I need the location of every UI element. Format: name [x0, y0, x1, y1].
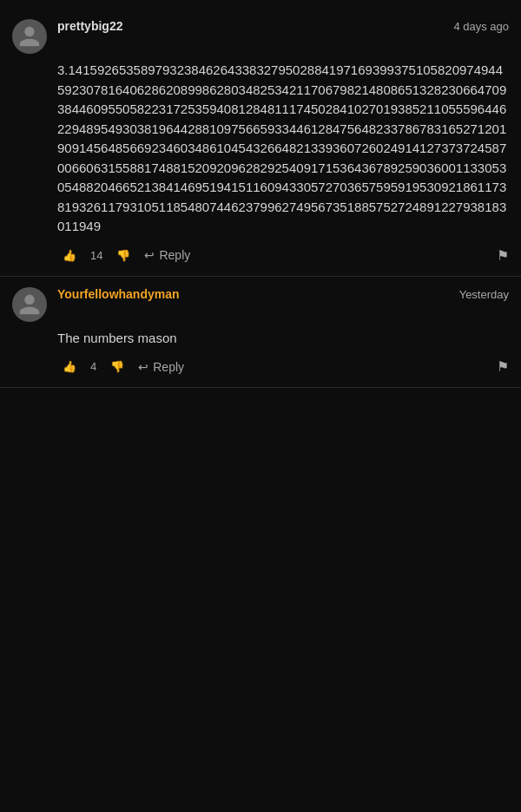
comment-body: 3.14159265358979323846264338327950288419… — [57, 61, 509, 237]
flag-button[interactable]: ⚑ — [497, 247, 509, 264]
reply-arrow-icon: ↩ — [144, 248, 155, 262]
like-count: 14 — [90, 249, 102, 262]
comment-actions: 👍 14 👎 ↩ Reply ⚑ — [57, 246, 509, 265]
reply-label: Reply — [159, 248, 190, 262]
reply-arrow-icon: ↩ — [138, 360, 148, 374]
comment-body: The numbers mason — [57, 329, 509, 349]
thumbs-up-icon: 👍 — [63, 249, 76, 262]
thumbs-down-button[interactable]: 👎 — [105, 357, 129, 377]
reply-button[interactable]: ↩ Reply — [138, 360, 184, 374]
avatar — [12, 19, 47, 54]
thumbs-up-icon: 👍 — [63, 360, 76, 373]
reply-button[interactable]: ↩ Reply — [144, 248, 190, 262]
username: prettybig22 — [57, 19, 122, 33]
thumbs-up-button[interactable]: 👍 — [57, 246, 82, 265]
flag-icon: ⚑ — [497, 248, 509, 263]
comment-meta: Yourfellowhandyman Yesterday — [57, 287, 509, 301]
timestamp: Yesterday — [459, 288, 509, 301]
comment-item: Yourfellowhandyman Yesterday The numbers… — [0, 277, 521, 389]
comment-section: prettybig22 4 days ago 3.141592653589793… — [0, 0, 521, 396]
username: Yourfellowhandyman — [57, 287, 180, 301]
reply-label: Reply — [153, 360, 184, 374]
comment-header: Yourfellowhandyman Yesterday — [12, 287, 509, 322]
flag-icon: ⚑ — [497, 359, 509, 374]
thumbs-up-button[interactable]: 👍 — [57, 357, 82, 377]
comment-item: prettybig22 4 days ago 3.141592653589793… — [0, 9, 521, 277]
comment-actions: 👍 4 👎 ↩ Reply ⚑ — [57, 357, 509, 377]
thumbs-down-button[interactable]: 👎 — [111, 246, 135, 265]
timestamp: 4 days ago — [453, 20, 509, 33]
flag-button[interactable]: ⚑ — [497, 358, 509, 375]
avatar — [12, 287, 47, 322]
thumbs-down-icon: 👎 — [110, 360, 124, 373]
comment-header: prettybig22 4 days ago — [12, 19, 509, 54]
like-count: 4 — [90, 360, 96, 373]
comment-meta: prettybig22 4 days ago — [57, 19, 509, 33]
thumbs-down-icon: 👎 — [116, 249, 130, 262]
